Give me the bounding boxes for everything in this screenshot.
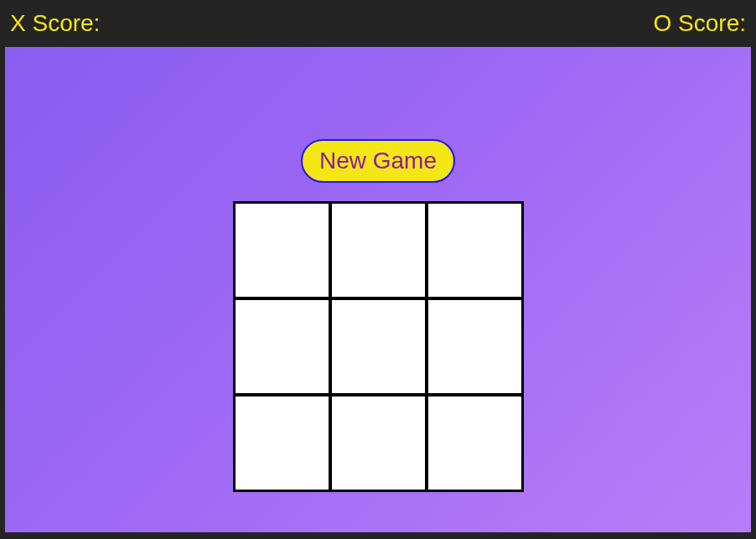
cell-1-0[interactable] xyxy=(235,299,329,394)
cell-2-1[interactable] xyxy=(331,396,426,490)
cell-1-1[interactable] xyxy=(331,299,426,394)
cell-2-2[interactable] xyxy=(427,396,522,490)
score-header: X Score: O Score: xyxy=(0,0,756,47)
game-area: New Game xyxy=(5,47,751,532)
cell-1-2[interactable] xyxy=(427,299,522,394)
cell-0-1[interactable] xyxy=(331,203,426,298)
new-game-button[interactable]: New Game xyxy=(301,139,455,183)
cell-0-2[interactable] xyxy=(427,203,522,298)
o-score-label: O Score: xyxy=(654,10,746,37)
cell-2-0[interactable] xyxy=(235,396,329,490)
game-board xyxy=(233,201,524,492)
cell-0-0[interactable] xyxy=(235,203,329,298)
x-score-label: X Score: xyxy=(10,10,100,37)
